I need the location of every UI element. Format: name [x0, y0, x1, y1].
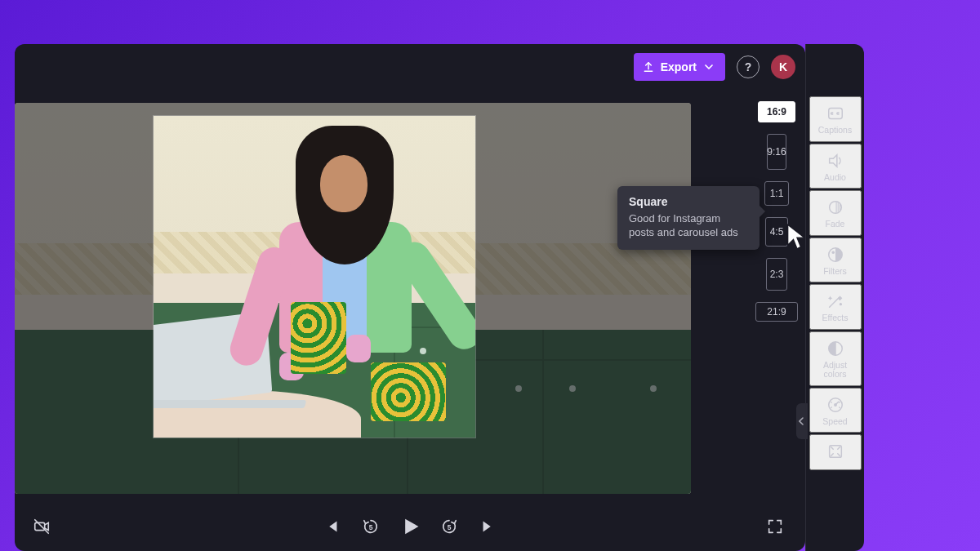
next-frame-button[interactable]	[473, 511, 504, 542]
tooltip-title: Square	[629, 194, 748, 210]
forward-5-button[interactable]: 5	[434, 511, 465, 542]
svg-marker-2	[329, 522, 336, 532]
chevron-left-icon	[799, 417, 805, 425]
main-content: 16:9 9:16 1:1 4:5 2:3 21:9 Square Good f…	[15, 90, 805, 502]
aspect-ratio-4-5[interactable]: 4:5	[765, 217, 788, 247]
question-icon: ?	[745, 60, 752, 73]
camera-off-icon	[33, 518, 51, 535]
svg-marker-3	[405, 519, 418, 535]
sidebar-item-label: Captions	[818, 126, 852, 136]
export-label: Export	[661, 60, 697, 73]
aspect-ratio-16-9[interactable]: 16:9	[758, 101, 795, 122]
rewind-amount: 5	[369, 523, 373, 531]
sidebar-item-speed[interactable]: Speed	[809, 388, 862, 433]
person-illustration	[225, 126, 438, 420]
right-sidebar: Captions Audio Fade	[805, 44, 864, 551]
sidebar-item-audio[interactable]: Audio	[809, 144, 862, 189]
upload-icon	[642, 60, 655, 73]
aspect-ratio-21-9[interactable]: 21:9	[755, 302, 798, 322]
collapse-sidebar-button[interactable]	[796, 403, 808, 439]
chevron-down-icon	[702, 60, 715, 73]
hide-overlay-button[interactable]	[26, 511, 57, 542]
svg-line-1	[35, 520, 49, 534]
svg-marker-6	[829, 154, 836, 167]
speed-icon	[826, 396, 844, 414]
captions-icon	[826, 104, 844, 122]
video-editor-window: Export ? K	[15, 44, 805, 551]
aspect-ratio-panel: 16:9 9:16 1:1 4:5 2:3 21:9 Square Good f…	[748, 90, 805, 502]
export-button[interactable]: Export	[634, 53, 725, 81]
crop-frame[interactable]	[154, 116, 475, 438]
avatar-initial: K	[779, 60, 787, 73]
playback-controls: 5 5	[316, 511, 504, 542]
sidebar-item-filters[interactable]: Filters	[809, 238, 862, 283]
fullscreen-button[interactable]	[760, 511, 791, 542]
svg-marker-4	[483, 522, 491, 532]
fit-icon	[826, 442, 844, 460]
effects-icon	[826, 292, 844, 310]
aspect-ratio-1-1[interactable]: 1:1	[764, 181, 789, 206]
svg-point-18	[834, 404, 835, 406]
sidebar-item-label: Filters	[823, 267, 847, 277]
avatar[interactable]: K	[771, 55, 795, 79]
svg-point-15	[840, 304, 841, 305]
filters-icon	[826, 246, 844, 264]
sidebar-item-captions[interactable]: Captions	[809, 96, 862, 142]
rewind-5-button[interactable]: 5	[355, 511, 386, 542]
sidebar-item-effects[interactable]: Effects	[809, 284, 862, 330]
fullscreen-icon	[766, 518, 784, 535]
sidebar-item-label: Effects	[822, 313, 849, 323]
tooltip-body: Good for Instagram posts and carousel ad…	[629, 211, 748, 240]
sidebar-item-label: Adjust colors	[811, 361, 860, 380]
forward-amount: 5	[448, 523, 452, 531]
preview-canvas[interactable]	[15, 90, 748, 502]
preview-backdrop	[15, 103, 691, 494]
sidebar-item-fit[interactable]	[809, 434, 862, 470]
aspect-ratio-tooltip: Square Good for Instagram posts and caro…	[617, 186, 760, 250]
play-button[interactable]	[394, 511, 425, 542]
play-icon	[399, 515, 421, 538]
sidebar-item-label: Speed	[822, 417, 847, 427]
sidebar-item-label: Fade	[826, 220, 845, 229]
sidebar-item-adjust-colors[interactable]: Adjust colors	[809, 331, 862, 386]
prev-frame-button[interactable]	[316, 511, 347, 542]
sidebar-item-fade[interactable]: Fade	[809, 190, 862, 236]
help-button[interactable]: ?	[737, 56, 760, 78]
cursor-icon	[786, 223, 805, 251]
sidebar-item-label: Audio	[824, 173, 846, 183]
skip-back-icon	[323, 518, 341, 535]
transport-bar: 5 5	[15, 502, 805, 551]
aspect-ratio-2-3[interactable]: 2:3	[766, 258, 787, 291]
svg-point-14	[832, 251, 834, 253]
skip-forward-icon	[479, 518, 497, 535]
adjust-colors-icon	[826, 340, 844, 358]
fade-icon	[826, 198, 844, 216]
aspect-ratio-9-16[interactable]: 9:16	[767, 134, 786, 170]
audio-icon	[826, 152, 844, 170]
header: Export ? K	[15, 44, 805, 90]
